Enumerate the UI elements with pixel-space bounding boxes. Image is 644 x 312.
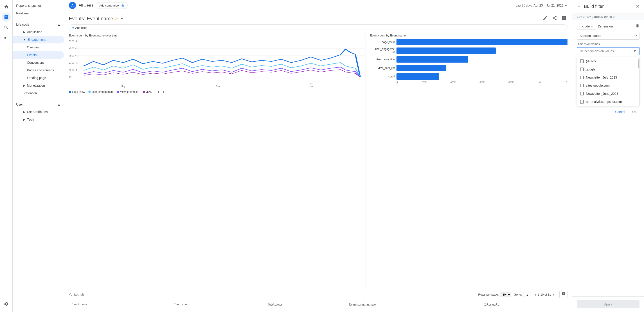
chevron-down-icon: ▼: [24, 38, 26, 41]
delete-condition-button[interactable]: [636, 24, 640, 29]
plus-icon: ⊕: [121, 3, 124, 8]
all-users-button[interactable]: All Users: [79, 3, 93, 8]
x-label-jun: 01Jun: [216, 82, 220, 88]
dropdown-item-newsletter-june[interactable]: Newsletter_June_2023: [577, 90, 639, 98]
dimension-select[interactable]: Session source Session medium Page path …: [577, 32, 640, 40]
all-users-label: All Users: [79, 3, 93, 8]
sidebar-item-label: Pages and screens: [27, 69, 54, 72]
checkbox-newsletter-july[interactable]: [580, 76, 584, 79]
apply-button[interactable]: Apply: [577, 300, 640, 308]
insights-button[interactable]: [561, 15, 568, 23]
filter-panel-header: ← Build filter ✕: [572, 0, 644, 13]
search-box[interactable]: [69, 293, 110, 296]
filter-panel: ← Build filter ✕ CONDITIONS (BUILD UP TO…: [572, 0, 644, 312]
prev-page-button[interactable]: ‹: [534, 292, 537, 297]
dropdown-arrow-icon: ▼: [591, 25, 593, 28]
sidebar-item-engagement[interactable]: ▼ Engagement: [12, 36, 64, 44]
rows-per-page-label: Rows per page:: [478, 293, 499, 296]
filter-back-button[interactable]: ←: [577, 4, 581, 9]
settings-icon-sidebar[interactable]: [2, 299, 11, 308]
svg-text:0: 0: [69, 76, 72, 79]
sidebar-item-realtime[interactable]: Realtime: [12, 10, 64, 17]
lifecycle-section[interactable]: Life cycle ▲: [12, 21, 64, 28]
filter-close-button[interactable]: ✕: [636, 4, 640, 9]
svg-text:10K: 10K: [69, 69, 78, 71]
filter-footer: Apply: [572, 296, 644, 312]
explore-icon[interactable]: [2, 23, 11, 32]
dropdown-item-direct[interactable]: (direct): [577, 57, 639, 65]
goto-input[interactable]: [523, 292, 531, 297]
feedback-button[interactable]: [560, 291, 568, 298]
top-bar: A All Users Add comparison ⊕ Last 90 day…: [64, 0, 572, 11]
checkbox-google[interactable]: [580, 68, 584, 71]
dropdown-list: (direct) google Newsletter_July_2023 sit…: [577, 57, 640, 106]
apply-label: Apply: [604, 302, 612, 306]
sidebar-item-monetization[interactable]: ▶ Monetization: [12, 82, 64, 89]
col-event-count-per-user: Event count per user: [346, 300, 481, 308]
charts-area: Event count by Event name over time 50K …: [64, 34, 572, 289]
chevron-right-icon: ▶: [24, 31, 25, 34]
cancel-button[interactable]: Cancel: [612, 108, 628, 116]
col-tot-revent: Tot revent...: [481, 300, 568, 308]
next-page-button[interactable]: ›: [552, 292, 555, 297]
sidebar-item-pages-screens[interactable]: Pages and screens: [12, 66, 64, 74]
line-chart: 50K 40K 30K 20K 10K 0: [69, 39, 365, 84]
include-button[interactable]: Include ▼: [577, 23, 596, 30]
bar-chart: page_view user_engagement view_promotion: [370, 39, 568, 84]
sidebar-item-acquisition[interactable]: ▶ Acquisition: [12, 28, 64, 36]
last-period-label: Last 90 days: [516, 4, 532, 7]
edit-report-button[interactable]: [542, 15, 548, 23]
search-input[interactable]: [74, 293, 110, 296]
dropdown-item-sites-google[interactable]: sites.google.com: [577, 82, 639, 90]
scrollbar-indicator: [638, 60, 639, 69]
sidebar-item-label: Monetization: [27, 84, 45, 87]
sidebar-item-landing-page[interactable]: Landing page: [12, 74, 64, 82]
checkbox-newsletter-june[interactable]: [580, 92, 584, 95]
sidebar-item-conversions[interactable]: Conversions: [12, 59, 64, 66]
chevron-right-icon: ▶: [24, 111, 25, 113]
add-filter-button[interactable]: + Add filter: [69, 24, 568, 31]
dropdown-chevron-icon[interactable]: ▼: [120, 17, 124, 21]
pagination-label: 1-10 of 31: [538, 293, 551, 296]
page-header-actions: [542, 15, 568, 23]
line-chart-panel: Event count by Event name over time 50K …: [69, 34, 365, 289]
checkbox-direct[interactable]: [580, 60, 584, 63]
sidebar-item-user-attributes[interactable]: ▶ User Attributes: [12, 108, 64, 116]
dropdown-item-art-analytics[interactable]: art-analytics.appspot.com: [577, 98, 639, 106]
dropdown-item-newsletter-july[interactable]: Newsletter_July_2023: [577, 73, 639, 82]
sidebar-item-overview[interactable]: Overview: [12, 44, 64, 51]
date-range-button[interactable]: Apr 23 – Jul 21, 2023 ▼: [534, 4, 568, 7]
data-table: Event name + ↓ Event count Total users E…: [69, 300, 568, 308]
legend-nav-prev[interactable]: ◀: [157, 90, 159, 93]
advertising-icon[interactable]: [2, 33, 11, 42]
dropdown-actions: Cancel OK: [577, 106, 640, 118]
svg-text:30K: 30K: [69, 55, 78, 57]
add-comparison-button[interactable]: Add comparison ⊕: [96, 2, 128, 9]
sidebar-item-tech[interactable]: ▶ Tech: [12, 116, 64, 123]
chevron-down-icon: ▼: [564, 4, 568, 7]
item-label-sites-google: sites.google.com: [586, 84, 610, 87]
bar-row-view-item-list: view_item_list: [370, 65, 568, 71]
add-col-icon[interactable]: +: [88, 302, 90, 306]
goto: Go to:: [514, 292, 531, 297]
home-icon[interactable]: [2, 2, 11, 11]
checkbox-art-analytics[interactable]: [580, 100, 584, 104]
dimension-values-select[interactable]: Select dimension values ▼: [577, 47, 640, 55]
line-chart-title: Event count by Event name over time: [69, 34, 365, 37]
item-label-google: google: [586, 68, 596, 71]
goto-label: Go to:: [514, 293, 522, 296]
sidebar-item-events[interactable]: Events: [12, 51, 64, 59]
user-section[interactable]: User ▲: [12, 101, 64, 108]
table-controls: Rows per page: 10 25 50 Go to: ‹ 1-10 of…: [69, 289, 568, 300]
ok-button[interactable]: OK: [630, 108, 640, 116]
dropdown-item-google[interactable]: google: [577, 65, 639, 73]
analytics-icon[interactable]: [2, 13, 11, 22]
share-button[interactable]: [551, 15, 558, 23]
sidebar-item-reports-snapshot[interactable]: Reports snapshot: [12, 2, 64, 10]
legend-nav-next[interactable]: ▶: [163, 90, 165, 93]
checkbox-sites-google[interactable]: [580, 84, 584, 87]
item-label-newsletter-june: Newsletter_June_2023: [586, 92, 618, 95]
rows-per-page-select[interactable]: 10 25 50: [500, 292, 511, 297]
sidebar-item-label: Engagement: [28, 38, 46, 42]
sidebar-item-retention[interactable]: Retention: [12, 89, 64, 97]
